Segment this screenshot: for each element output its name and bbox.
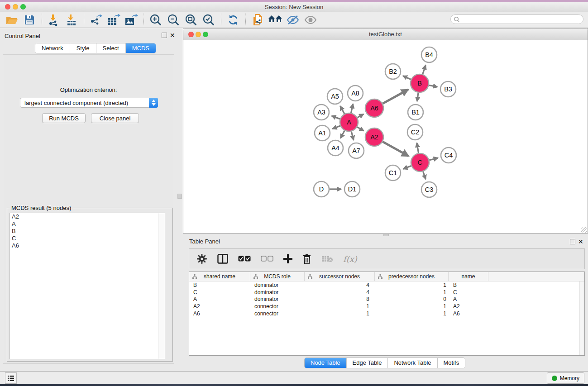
edge-A-A8[interactable] <box>351 104 353 113</box>
node-A8[interactable]: A8 <box>348 86 363 101</box>
tab-network[interactable]: Network <box>35 43 70 53</box>
result-item[interactable]: B <box>10 228 165 235</box>
edge-A-A3[interactable] <box>332 116 340 119</box>
close-panel-icon[interactable]: ✕ <box>170 32 175 39</box>
optimization-criterion-select[interactable]: largest connected component (directed) <box>20 98 158 108</box>
zoom-out-icon[interactable] <box>166 13 181 27</box>
node-D[interactable]: D <box>314 181 329 197</box>
column-header[interactable]: predecessor nodes <box>375 272 449 281</box>
tab-edge-table[interactable]: Edge Table <box>347 358 388 368</box>
export-image-icon[interactable] <box>124 13 139 27</box>
zoom-fit-icon[interactable] <box>184 13 198 27</box>
tab-node-table[interactable]: Node Table <box>305 358 347 368</box>
export-network-icon[interactable] <box>89 13 103 27</box>
result-item[interactable]: A6 <box>10 242 165 249</box>
gear-icon[interactable] <box>196 253 207 264</box>
node-D1[interactable]: D1 <box>344 181 360 197</box>
edge-B-B3[interactable] <box>429 85 438 87</box>
trash-icon[interactable] <box>302 254 311 264</box>
column-header[interactable]: successor nodes <box>305 272 375 281</box>
export-table-icon[interactable] <box>106 13 121 27</box>
memory-button[interactable]: Memory <box>547 372 584 384</box>
node-B3[interactable]: B3 <box>440 81 456 97</box>
plus-icon[interactable] <box>283 254 292 263</box>
table-scrollbar[interactable] <box>579 281 584 355</box>
edge-C-C2[interactable] <box>417 143 419 153</box>
node-A7[interactable]: A7 <box>349 143 364 158</box>
vertical-splitter[interactable] <box>177 28 183 371</box>
network-window-titlebar[interactable]: testGlobe.txt <box>183 29 588 41</box>
result-item[interactable]: A2 <box>10 213 165 220</box>
open-session-icon[interactable] <box>5 13 19 27</box>
node-B[interactable]: B <box>411 74 429 92</box>
home-icon[interactable] <box>268 13 282 27</box>
node-A3[interactable]: A3 <box>314 105 329 120</box>
network-canvas[interactable]: AA1A2A3A4A5A6A7A8BB1B2B3B4CC1C2C3C4DD1 <box>183 40 588 233</box>
float-panel-icon[interactable] <box>162 33 167 38</box>
edge-A-A7[interactable] <box>351 131 354 140</box>
edge-C-C4[interactable] <box>429 158 438 160</box>
result-item[interactable]: C <box>10 235 165 242</box>
deselect-all-icon[interactable] <box>261 256 273 262</box>
tab-motifs[interactable]: Motifs <box>438 358 465 368</box>
table-row[interactable]: A2connector11A2 <box>189 303 584 310</box>
node-A[interactable]: A <box>340 113 358 131</box>
close-panel-icon[interactable]: ✕ <box>578 238 583 245</box>
table-row[interactable]: Cdominator41C <box>189 289 584 296</box>
mcds-result-list[interactable]: A2ABCA6 <box>10 213 165 359</box>
column-layout-icon[interactable] <box>217 254 228 264</box>
list-scrollbar[interactable] <box>158 213 165 359</box>
float-panel-icon[interactable] <box>570 239 575 244</box>
edge-A-A4[interactable] <box>340 131 344 138</box>
run-mcds-button[interactable]: Run MCDS <box>42 113 86 123</box>
table-row[interactable]: Adominator80A <box>189 295 584 303</box>
node-A1[interactable]: A1 <box>315 125 330 141</box>
column-header[interactable]: MCDS role <box>250 272 305 281</box>
task-history-button[interactable] <box>5 372 17 384</box>
zoom-traffic-light[interactable] <box>203 32 208 37</box>
show-graphics-details-icon[interactable] <box>303 13 318 27</box>
select-all-icon[interactable] <box>238 256 251 262</box>
edge-A-A1[interactable] <box>332 126 340 129</box>
refresh-view-icon[interactable] <box>226 13 240 27</box>
edge-B-B2[interactable] <box>403 76 411 80</box>
edge-B-B4[interactable] <box>423 65 426 74</box>
close-traffic-light[interactable] <box>5 4 10 10</box>
tab-style[interactable]: Style <box>70 43 96 53</box>
edge-A-A2[interactable] <box>357 127 363 131</box>
import-network-icon[interactable] <box>47 13 61 27</box>
search-field[interactable] <box>450 14 583 24</box>
node-A6[interactable]: A6 <box>365 99 383 117</box>
resize-grip[interactable] <box>581 227 587 233</box>
node-B1[interactable]: B1 <box>408 105 423 120</box>
column-header[interactable]: shared name <box>189 272 250 281</box>
search-input[interactable] <box>460 15 583 24</box>
edge-C-C3[interactable] <box>423 172 426 179</box>
result-item[interactable]: A <box>10 220 165 228</box>
zoom-traffic-light[interactable] <box>20 4 26 10</box>
node-C3[interactable]: C3 <box>421 182 437 197</box>
network-graph[interactable]: AA1A2A3A4A5A6A7A8BB1B2B3B4CC1C2C3C4DD1 <box>183 40 588 233</box>
node-C[interactable]: C <box>411 153 429 172</box>
edge-A-A6[interactable] <box>357 114 363 118</box>
table-row[interactable]: A6connector11A6 <box>189 310 584 317</box>
hide-graphics-details-icon[interactable] <box>286 13 300 27</box>
save-session-icon[interactable] <box>22 13 37 27</box>
zoom-selected-icon[interactable] <box>201 13 216 27</box>
column-header[interactable]: name <box>449 272 488 281</box>
close-traffic-light[interactable] <box>188 32 194 37</box>
splitter-handle[interactable] <box>177 194 182 199</box>
node-B4[interactable]: B4 <box>421 47 437 62</box>
edge-A6-B[interactable] <box>382 90 408 104</box>
node-C4[interactable]: C4 <box>441 148 456 163</box>
minimize-traffic-light[interactable] <box>196 32 201 37</box>
minimize-traffic-light[interactable] <box>13 4 18 10</box>
zoom-in-icon[interactable] <box>148 13 163 27</box>
import-table-icon[interactable] <box>64 13 79 27</box>
node-B2[interactable]: B2 <box>385 64 401 79</box>
table-row[interactable]: Bdominator41B <box>189 281 584 289</box>
edge-B-B1[interactable] <box>417 93 418 101</box>
edge-A2-C[interactable] <box>382 142 408 156</box>
node-C2[interactable]: C2 <box>407 124 423 140</box>
clone-network-icon[interactable] <box>250 13 265 27</box>
